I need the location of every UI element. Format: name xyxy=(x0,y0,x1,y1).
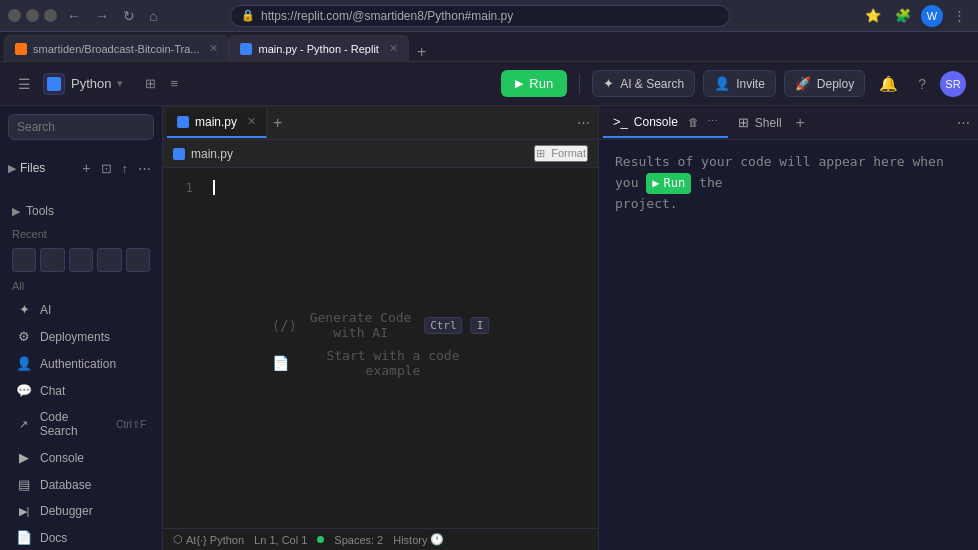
app: ☰ Python ▾ ⊞ ≡ ▶ Run ✦ AI & Search 👤 Inv… xyxy=(0,62,978,550)
files-more-button[interactable]: ⋯ xyxy=(135,159,154,178)
tools-section-header[interactable]: ▶ Tools xyxy=(0,198,162,220)
file-icon xyxy=(173,148,185,160)
run-icon: ▶ xyxy=(515,77,523,90)
nav-reload-button[interactable]: ↻ xyxy=(119,6,139,26)
run-button[interactable]: ▶ Run xyxy=(501,70,567,97)
ai-search-button[interactable]: ✦ AI & Search xyxy=(592,70,695,97)
right-tab-add-button[interactable]: + xyxy=(792,114,809,132)
recent-thumb-3[interactable] xyxy=(69,248,93,272)
editor-area: main.py ✕ + ⋯ main.py ⊞ Format xyxy=(163,106,598,550)
files-icon-button[interactable]: ⊞ xyxy=(139,72,162,95)
more-icon-button[interactable]: ≡ xyxy=(164,72,184,95)
code-editor[interactable]: 1 ⟨/⟩ Generate Code with AI Ctrl I 📄 Sta… xyxy=(163,168,598,528)
tab-main-py[interactable]: main.py - Python - Replit ✕ xyxy=(229,35,408,61)
main-content: ▶ Files + ⊡ ↑ ⋯ ▶ Tools Recent xyxy=(0,106,978,550)
address-bar[interactable]: 🔒 https://replit.com/@smartiden8/Python#… xyxy=(230,5,730,27)
format-label: Format xyxy=(551,147,586,159)
generate-code-icon: ⟨/⟩ xyxy=(272,317,297,333)
ai-tool-icon: ✦ xyxy=(16,302,32,317)
invite-button[interactable]: 👤 Invite xyxy=(703,70,776,97)
files-section: ▶ Files + ⊡ ↑ ⋯ xyxy=(0,148,162,186)
deploy-icon: 🚀 xyxy=(795,76,811,91)
sidebar-item-console[interactable]: ▶ Console xyxy=(4,445,158,470)
start-icon: 📄 xyxy=(272,355,289,371)
console-tab-label: Console xyxy=(634,115,678,129)
invite-icon: 👤 xyxy=(714,76,730,91)
nav-home-button[interactable]: ⌂ xyxy=(145,6,161,26)
browser-chrome: ← → ↻ ⌂ 🔒 https://replit.com/@smartiden8… xyxy=(0,0,978,32)
tab-console[interactable]: >_ Console 🗑 ⋯ xyxy=(603,108,728,138)
sidebar-item-debugger[interactable]: ▶| Debugger xyxy=(4,499,158,523)
shell-tab-icon: ⊞ xyxy=(738,115,749,130)
recent-label: Recent xyxy=(0,224,162,244)
editor-tab-file-icon xyxy=(177,116,189,128)
tab-close-icon[interactable]: ✕ xyxy=(389,42,398,55)
editor-new-tab-button[interactable]: + xyxy=(267,114,288,132)
recent-thumb-5[interactable] xyxy=(126,248,150,272)
run-inline-label: Run xyxy=(664,174,686,193)
sidebar-item-database[interactable]: ▤ Database xyxy=(4,472,158,497)
console-text: Results of your code will appear here wh… xyxy=(615,152,962,215)
history-icon: 🕐 xyxy=(430,533,444,546)
status-bar: ⬡ At{·} Python Ln 1, Col 1 Spaces: 2 His… xyxy=(163,528,598,550)
files-new-file-button[interactable]: + xyxy=(79,158,93,178)
console-clear-button[interactable]: 🗑 xyxy=(688,116,699,128)
sidebar-item-chat[interactable]: 💬 Chat xyxy=(4,378,158,403)
right-panel-more-button[interactable]: ⋯ xyxy=(953,113,974,132)
more-button[interactable]: ⋮ xyxy=(949,6,970,25)
window-control-icon xyxy=(26,9,39,22)
nav-forward-button[interactable]: → xyxy=(91,6,113,26)
extensions-button[interactable]: 🧩 xyxy=(891,6,915,25)
history-text: History xyxy=(393,534,427,546)
format-button[interactable]: ⊞ Format xyxy=(534,145,588,162)
ai-icon: ✦ xyxy=(603,76,614,91)
run-inline-button[interactable]: ▶ Run xyxy=(646,173,691,194)
tools-section: ▶ Tools xyxy=(0,194,162,224)
sidebar-search-container xyxy=(0,106,162,148)
start-hint-line[interactable]: 📄 Start with a code example xyxy=(272,348,490,378)
sidebar-item-deployments[interactable]: ⚙ Deployments xyxy=(4,324,158,349)
toolbar-separator xyxy=(579,74,580,94)
user-avatar[interactable]: SR xyxy=(940,71,966,97)
deploy-button[interactable]: 🚀 Deploy xyxy=(784,70,865,97)
console-icon: ▶ xyxy=(16,450,32,465)
file-name: main.py xyxy=(173,147,233,161)
sidebar: ▶ Files + ⊡ ↑ ⋯ ▶ Tools Recent xyxy=(0,106,163,550)
sidebar-item-docs[interactable]: 📄 Docs xyxy=(4,525,158,550)
sidebar-item-code-search[interactable]: ↗ Code Search Ctrl⇧F xyxy=(4,405,158,443)
generate-hint-line[interactable]: ⟨/⟩ Generate Code with AI Ctrl I xyxy=(272,310,490,340)
files-upload-button[interactable]: ↑ xyxy=(119,159,132,178)
nav-back-button[interactable]: ← xyxy=(63,6,85,26)
history-status[interactable]: History 🕐 xyxy=(393,533,444,546)
cursor-text: Ln 1, Col 1 xyxy=(254,534,307,546)
tab-close-icon[interactable]: ✕ xyxy=(209,42,218,55)
chat-icon: 💬 xyxy=(16,383,32,398)
files-new-folder-button[interactable]: ⊡ xyxy=(98,159,115,178)
search-input[interactable] xyxy=(8,114,154,140)
chat-label: Chat xyxy=(40,384,65,398)
recent-thumb-2[interactable] xyxy=(40,248,64,272)
database-label: Database xyxy=(40,478,91,492)
sidebar-item-authentication[interactable]: 👤 Authentication xyxy=(4,351,158,376)
sidebar-toggle-button[interactable]: ☰ xyxy=(12,72,37,96)
bookmark-button[interactable]: ⭐ xyxy=(861,6,885,25)
window-control-icon xyxy=(44,9,57,22)
ai-tool-label: AI xyxy=(40,303,51,317)
tab-broadcast[interactable]: smartiden/Broadcast-Bitcoin-Tra... ✕ xyxy=(4,35,229,61)
cursor xyxy=(213,180,223,195)
new-tab-button[interactable]: + xyxy=(409,43,434,61)
lock-icon: 🔒 xyxy=(241,9,255,22)
notifications-button[interactable]: 🔔 xyxy=(873,71,904,97)
profile-button[interactable]: W xyxy=(921,5,943,27)
sidebar-item-ai[interactable]: ✦ AI xyxy=(4,297,158,322)
tab-shell[interactable]: ⊞ Shell xyxy=(728,108,792,138)
help-button[interactable]: ? xyxy=(912,72,932,96)
editor-tab-close-icon[interactable]: ✕ xyxy=(247,115,256,128)
editor-tab-main-py[interactable]: main.py ✕ xyxy=(167,108,267,138)
python-status-label: At{·} Python xyxy=(186,534,244,546)
editor-more-button[interactable]: ⋯ xyxy=(573,113,594,132)
recent-thumb-4[interactable] xyxy=(97,248,121,272)
authentication-label: Authentication xyxy=(40,357,116,371)
status-dot xyxy=(317,536,324,543)
recent-thumb-1[interactable] xyxy=(12,248,36,272)
